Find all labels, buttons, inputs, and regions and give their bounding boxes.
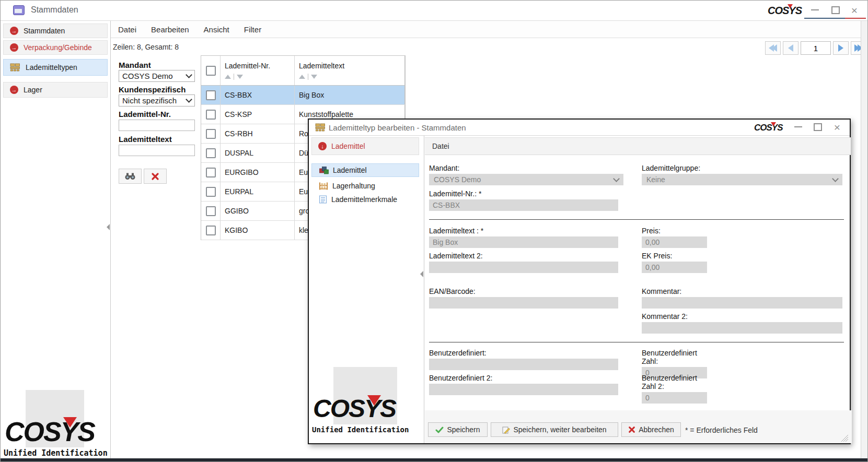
- titlebar-underline-blue: [804, 18, 845, 19]
- row-checkbox[interactable]: [206, 148, 216, 158]
- ek-preis-input[interactable]: [642, 262, 707, 273]
- pallet-icon: [10, 63, 20, 72]
- filter-kundenspezifisch-label: Kundenspezifisch: [119, 85, 186, 94]
- sort-descending-icon[interactable]: [237, 75, 243, 79]
- chevron-down-icon: [186, 72, 192, 78]
- close-icon: ×: [851, 5, 858, 16]
- sort-descending-icon[interactable]: [311, 75, 317, 79]
- lademittelgruppe-label: Lademittelgruppe:: [642, 164, 842, 172]
- vertical-scrollbar[interactable]: [861, 21, 868, 458]
- row-checkbox[interactable]: [206, 90, 216, 100]
- lademittelgruppe-select[interactable]: Keine: [642, 174, 842, 185]
- red-arrow-icon: →: [10, 43, 18, 52]
- resize-grip[interactable]: [841, 434, 848, 442]
- row-checkbox[interactable]: [206, 168, 216, 177]
- kommentar-input[interactable]: [642, 297, 842, 309]
- speichern-weiter-bearbeiten-button[interactable]: Speichern, weiter bearbeiten: [491, 422, 618, 437]
- minimize-button[interactable]: [808, 5, 821, 15]
- status-row: Zeilen: 8, Gesamt: 8: [111, 38, 861, 54]
- filter-lademitteltext-input[interactable]: [119, 145, 195, 156]
- preis-input[interactable]: [642, 236, 707, 248]
- chevron-down-icon: [186, 96, 192, 103]
- maximize-icon: [831, 6, 840, 14]
- row-checkbox[interactable]: [206, 206, 216, 216]
- benutzerdefiniert-input[interactable]: [429, 359, 618, 370]
- search-button[interactable]: [119, 169, 142, 184]
- form-separator: [429, 342, 844, 342]
- sort-controls: [299, 74, 317, 80]
- filter-lademittel-nr-input[interactable]: [119, 120, 195, 131]
- maximize-button[interactable]: [829, 5, 842, 15]
- speichern-button[interactable]: Speichern: [428, 422, 488, 437]
- row-checkbox[interactable]: [206, 110, 216, 120]
- sidebar-item-lademitteltypen[interactable]: Lademitteltypen: [3, 59, 108, 76]
- select-all-checkbox[interactable]: [206, 66, 216, 76]
- cosys-brand-logo: COSYS: [754, 123, 783, 132]
- cosys-tagline: Unified Identification: [4, 448, 108, 458]
- kommentar2-input[interactable]: [642, 322, 842, 334]
- mandant-select[interactable]: COSYS Demo: [429, 174, 623, 185]
- sidebar-item-lager[interactable]: → Lager: [3, 82, 108, 98]
- sort-ascending-icon[interactable]: [299, 75, 305, 79]
- form-separator: [429, 219, 844, 220]
- pagination: [765, 41, 866, 55]
- dialog-minimize-button[interactable]: [792, 122, 804, 132]
- column-header-lademitteltext: Lademitteltext: [299, 62, 344, 70]
- menu-datei[interactable]: Datei: [118, 25, 136, 34]
- maximize-icon: [814, 123, 822, 131]
- cosys-triangle-icon: [367, 395, 381, 406]
- dialog-sidebar-header[interactable]: ↓ Lademittel: [311, 137, 419, 155]
- preis-label: Preis:: [642, 227, 707, 235]
- rows-count-label: Zeilen: 8, Gesamt: 8: [113, 43, 179, 51]
- red-arrow-icon: →: [10, 86, 18, 94]
- kommentar2-label: Kommentar 2:: [642, 312, 842, 321]
- dialog-nav-lademittelmerkmale[interactable]: Lademittelmerkmale: [311, 193, 419, 206]
- menu-filter[interactable]: Filter: [244, 25, 261, 34]
- dialog-close-button[interactable]: ×: [831, 122, 843, 132]
- filter-mandant-select[interactable]: COSYS Demo: [119, 70, 195, 82]
- lademitteltext2-input[interactable]: [429, 262, 618, 273]
- sidebar-item-stammdaten[interactable]: → Stammdaten: [3, 23, 108, 38]
- row-checkbox[interactable]: [206, 187, 216, 197]
- dialog-nav-lademittel[interactable]: Lademittel: [311, 163, 419, 177]
- benutzerdefiniert-zahl2-label: Benutzerdefiniert Zahl 2:: [642, 374, 707, 390]
- main-menubar: Datei Bearbeiten Ansicht Filter: [111, 21, 861, 38]
- filter-kundenspezifisch-select[interactable]: Nicht spezifisch: [119, 94, 195, 106]
- kommentar-label: Kommentar:: [642, 287, 842, 295]
- menu-ansicht[interactable]: Ansicht: [204, 25, 229, 34]
- menu-bearbeiten[interactable]: Bearbeiten: [151, 25, 189, 34]
- lademittel-nr-input[interactable]: [429, 199, 618, 211]
- sidebar-collapse-handle[interactable]: [107, 224, 110, 230]
- right-arrow-icon: [838, 44, 843, 52]
- dialog-menu-datei[interactable]: Datei: [432, 142, 449, 150]
- page-number-input[interactable]: [801, 41, 831, 55]
- dialog-maximize-button[interactable]: [812, 122, 824, 132]
- abbrechen-button[interactable]: Abbrechen: [621, 422, 681, 437]
- dialog-nav-lagerhaltung[interactable]: Lagerhaltung: [311, 179, 419, 193]
- benutzerdefiniert2-label: Benutzerdefiniert 2:: [429, 374, 618, 382]
- left-arrow-icon: [788, 44, 793, 52]
- dialog-collapse-handle[interactable]: [420, 271, 423, 277]
- mandant-label: Mandant:: [429, 164, 623, 172]
- row-checkbox[interactable]: [206, 129, 216, 139]
- row-checkbox[interactable]: [206, 226, 216, 235]
- benutzerdefiniert2-input[interactable]: [429, 384, 618, 395]
- dialog-menubar: Datei: [425, 137, 851, 155]
- sidebar-item-verpackung-gebinde[interactable]: → Verpackung/Gebinde: [3, 40, 108, 55]
- close-button[interactable]: ×: [848, 5, 861, 15]
- next-page-button[interactable]: [833, 41, 849, 55]
- binoculars-icon: [125, 173, 135, 180]
- ean-barcode-input[interactable]: [429, 297, 618, 309]
- first-page-button[interactable]: [765, 41, 781, 55]
- cosys-triangle-icon: [788, 4, 793, 8]
- red-x-icon: [151, 172, 159, 181]
- clear-filter-button[interactable]: [144, 169, 167, 184]
- dialog-sidebar-divider: [424, 136, 424, 443]
- sort-controls: [225, 74, 243, 80]
- table-row[interactable]: CS-BBX Big Box: [201, 86, 405, 105]
- benutzerdefiniert-zahl2-input[interactable]: [642, 392, 707, 404]
- sort-ascending-icon[interactable]: [225, 75, 231, 79]
- prev-page-button[interactable]: [783, 41, 798, 55]
- required-field-note: * = Erforderliches Feld: [685, 426, 758, 434]
- lademitteltext-input[interactable]: [429, 236, 618, 248]
